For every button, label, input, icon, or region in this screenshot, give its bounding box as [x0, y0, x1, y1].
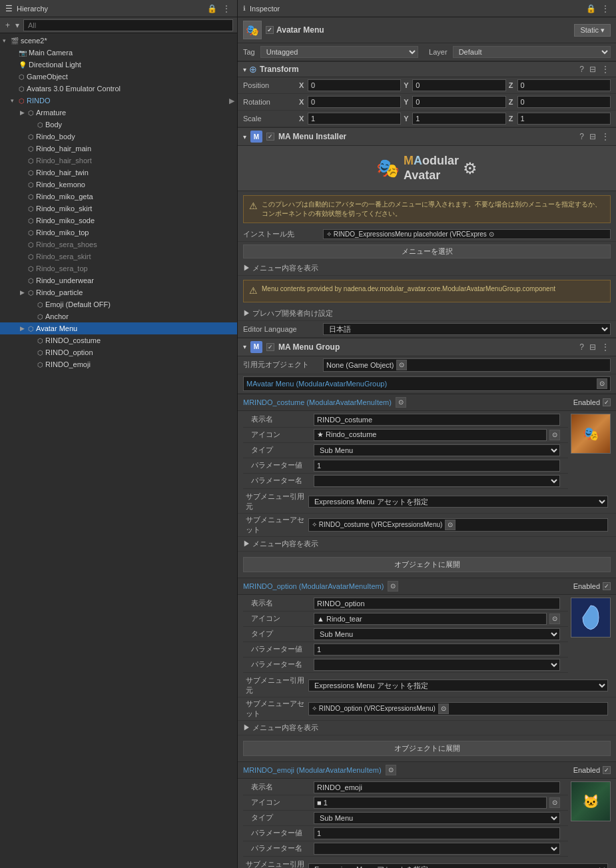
- tree-item-rindo-sera-top[interactable]: ⬡ Rindo_sera_top: [0, 262, 237, 274]
- avatar-menu-checkbox-label[interactable]: ✓ Avatar Menu: [266, 25, 324, 35]
- costume-icon-input[interactable]: [314, 429, 547, 441]
- source-obj-target-btn[interactable]: ⊙: [396, 360, 407, 370]
- option-param-value-input[interactable]: [314, 644, 560, 655]
- transform-more-btn[interactable]: ⋮: [600, 65, 611, 74]
- emoji-type-select[interactable]: Sub Menu: [314, 812, 560, 824]
- costume-submenu-src-select[interactable]: Expressions Menu アセットを指定: [308, 496, 608, 508]
- costume-icon-target[interactable]: ⊙: [549, 430, 560, 440]
- search-input[interactable]: [23, 19, 233, 31]
- menu-select-btn[interactable]: メニューを選択: [243, 244, 611, 258]
- costume-expand-btn[interactable]: オブジェクトに展開: [243, 557, 611, 572]
- option-param-name-select[interactable]: [314, 659, 560, 671]
- option-enabled-checkbox[interactable]: ✓: [603, 582, 611, 590]
- tree-item-rindo-hair-main[interactable]: ⬡ Rindo_hair_main: [0, 143, 237, 155]
- ma-installer-header[interactable]: ▾ M ✓ MA Menu Installer ? ⊟ ⋮: [238, 127, 616, 146]
- position-z-input[interactable]: [517, 79, 611, 91]
- costume-menu-contents-toggle[interactable]: ▶ メニュー内容を表示: [238, 537, 616, 552]
- emoji-param-value-input[interactable]: [314, 827, 560, 839]
- tree-item-rindo-sera-shoes[interactable]: ⬡ Rindo_sera_shoes: [0, 238, 237, 250]
- scale-y-input[interactable]: [412, 113, 505, 125]
- tree-item-rindo-kemono[interactable]: ⬡ Rindo_kemono: [0, 179, 237, 191]
- tree-item-main-camera[interactable]: 📷 Main Camera: [0, 47, 237, 59]
- costume-target-btn[interactable]: ⊙: [396, 397, 406, 408]
- costume-display-name-input[interactable]: [314, 414, 560, 426]
- menu-contents-toggle[interactable]: ▶ メニュー内容を表示: [238, 261, 616, 276]
- ma-installer-settings-btn[interactable]: ⊟: [588, 132, 597, 141]
- tree-item-gameobject[interactable]: ⬡ GameObject: [0, 71, 237, 83]
- ma-group-more-btn[interactable]: ⋮: [600, 342, 611, 352]
- costume-param-value-input[interactable]: [314, 460, 560, 472]
- emoji-target-btn[interactable]: ⊙: [386, 765, 396, 775]
- tree-item-rindo-underwear[interactable]: ⬡ Rindo_underwear: [0, 274, 237, 286]
- transform-help-btn[interactable]: ?: [578, 65, 585, 74]
- layer-select[interactable]: Default: [453, 46, 611, 58]
- tag-select[interactable]: Untagged: [260, 46, 418, 58]
- ma-installer-more-btn[interactable]: ⋮: [600, 132, 611, 141]
- costume-param-name-select[interactable]: [314, 475, 560, 487]
- option-submenu-asset-target[interactable]: ⊙: [438, 703, 449, 714]
- tree-item-rindo-emoji[interactable]: ⬡ RINDO_emoji: [0, 358, 237, 370]
- tree-item-rindo-miko-top[interactable]: ⬡ Rindo_miko_top: [0, 226, 237, 238]
- tree-item-body[interactable]: ⬡ Body: [0, 119, 237, 131]
- dropdown-btn[interactable]: ▾: [14, 21, 21, 30]
- tree-item-rindo-miko-geta[interactable]: ⬡ Rindo_miko_geta: [0, 191, 237, 203]
- tree-item-rindo-hair-short[interactable]: ⬡ Rindo_hair_short: [0, 155, 237, 167]
- avatar-menu-checkbox[interactable]: ✓: [266, 26, 274, 34]
- tree-item-armature[interactable]: ▶ ⬡ Armature: [0, 107, 237, 119]
- emoji-icon-input[interactable]: [314, 797, 547, 809]
- ma-group-checkbox[interactable]: ✓: [266, 343, 274, 351]
- option-type-select[interactable]: Sub Menu: [314, 628, 560, 640]
- inspector-more-btn[interactable]: ⋮: [600, 4, 611, 13]
- costume-type-select[interactable]: Sub Menu: [314, 444, 560, 456]
- scene-item[interactable]: ▾ 🎬 scene2*: [0, 35, 237, 47]
- ma-installer-help-btn[interactable]: ?: [578, 132, 585, 141]
- avatar-menu-group-target[interactable]: ⊙: [597, 378, 607, 389]
- rotation-z-input[interactable]: [517, 96, 611, 108]
- option-icon-input[interactable]: [314, 613, 547, 625]
- add-object-btn[interactable]: +: [4, 21, 11, 30]
- scale-z-input[interactable]: [517, 113, 611, 125]
- ma-group-help-btn[interactable]: ?: [578, 342, 585, 352]
- rindo-expand-btn[interactable]: ▶: [229, 97, 234, 105]
- hierarchy-menu-icon[interactable]: ☰: [5, 4, 13, 13]
- tree-item-rindo-option[interactable]: ⬡ RINDO_option: [0, 346, 237, 358]
- tree-item-rindo-sera-skirt[interactable]: ⬡ Rindo_sera_skirt: [0, 250, 237, 262]
- tree-item-rindo-costume[interactable]: ⬡ RINDO_costume: [0, 334, 237, 346]
- tree-item-avatars-emulator[interactable]: ⬡ Avatars 3.0 Emulator Control: [0, 83, 237, 95]
- tree-item-directional-light[interactable]: 💡 Directional Light: [0, 59, 237, 71]
- emoji-display-name-input[interactable]: [314, 781, 560, 793]
- scale-x-input[interactable]: [308, 113, 401, 125]
- emoji-enabled-checkbox[interactable]: ✓: [603, 766, 611, 774]
- tree-item-rindo-miko-sode[interactable]: ⬡ Rindo_miko_sode: [0, 215, 237, 226]
- emoji-param-name-select[interactable]: [314, 843, 560, 855]
- option-display-name-input[interactable]: [314, 598, 560, 610]
- tree-item-rindo-miko-skirt[interactable]: ⬡ Rindo_miko_skirt: [0, 203, 237, 215]
- transform-settings-btn[interactable]: ⊟: [588, 65, 597, 74]
- static-button[interactable]: Static ▾: [574, 24, 611, 37]
- option-menu-contents-toggle[interactable]: ▶ メニュー内容を表示: [238, 721, 616, 735]
- tree-item-rindo-hair-twin[interactable]: ⬡ Rindo_hair_twin: [0, 167, 237, 179]
- ma-group-header[interactable]: ▾ M ✓ MA Menu Group ? ⊟ ⋮: [238, 338, 616, 356]
- inspector-lock-btn[interactable]: 🔒: [585, 4, 597, 13]
- rotation-y-input[interactable]: [412, 96, 505, 108]
- tree-item-rindo[interactable]: ▾ ⬡ RINDO ▶: [0, 95, 237, 107]
- position-x-input[interactable]: [308, 79, 401, 91]
- costume-submenu-asset-target[interactable]: ⊙: [445, 520, 456, 530]
- emoji-submenu-src-select[interactable]: Expressions Menu アセットを指定: [308, 863, 608, 868]
- transform-section-header[interactable]: ▾ ⊕ Transform ? ⊟ ⋮: [238, 61, 616, 77]
- tree-item-anchor[interactable]: ⬡ Anchor: [0, 310, 237, 322]
- ma-group-settings-btn[interactable]: ⊟: [588, 342, 597, 352]
- option-icon-target[interactable]: ⊙: [549, 614, 560, 624]
- option-expand-btn[interactable]: オブジェクトに展開: [243, 741, 611, 756]
- tree-item-emoji[interactable]: ⬡ Emoji (Default OFF): [0, 298, 237, 310]
- hierarchy-more-btn[interactable]: ⋮: [221, 4, 232, 13]
- hierarchy-lock-btn[interactable]: 🔒: [206, 4, 218, 13]
- dev-settings-toggle[interactable]: ▶ プレハブ開発者向け設定: [238, 306, 616, 321]
- editor-lang-select-installer[interactable]: 日本語: [323, 323, 611, 335]
- costume-enabled-checkbox[interactable]: ✓: [603, 398, 611, 406]
- tree-item-rindo-body[interactable]: ⬡ Rindo_body: [0, 131, 237, 143]
- emoji-icon-target[interactable]: ⊙: [549, 797, 560, 808]
- rotation-x-input[interactable]: [308, 96, 401, 108]
- position-y-input[interactable]: [412, 79, 505, 91]
- option-submenu-src-select[interactable]: Expressions Menu アセットを指定: [308, 679, 608, 691]
